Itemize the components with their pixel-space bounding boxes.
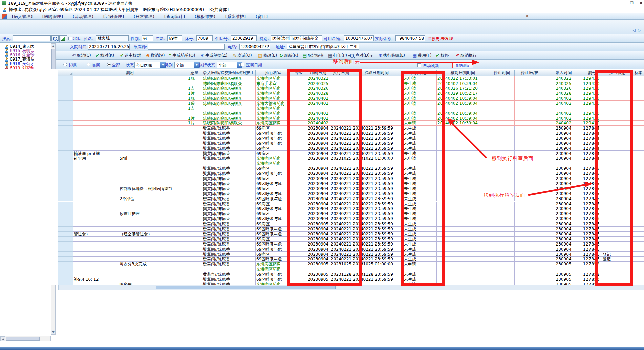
table-row[interactable]: 樊冀闽//陈琼香69区呼吸与危202309042024022120240221 … <box>0 216 644 221</box>
discharge-checkbox[interactable] <box>68 37 72 40</box>
toolbar-button-14[interactable]: ✔核停 <box>436 53 449 59</box>
scrollbar-thumb[interactable] <box>6 337 40 341</box>
table-row[interactable]: 每次分3次完成樊冀闽//陈琼香东海病区药房东海病区药房2023090520231… <box>0 262 644 272</box>
table-row[interactable]: 吸痰用樊冀闽//陈琼香东海病区药房20230905未申请230905127853 <box>0 282 644 285</box>
table-row[interactable]: 樊冀闽//陈琼香69区呼吸与危202309042024022120240221 … <box>0 257 644 262</box>
table-row[interactable]: 樊冀闽//陈琼香69区呼吸与危202309042024022120240221 … <box>0 131 644 136</box>
table-row[interactable]: 樊冀闽//陈琼香69病区202309042024022120240221 23:… <box>0 252 644 257</box>
table-row[interactable]: 1袋1支陈晓阳/陈晓阳/易联众东海大输液药房东海病区药房20240402未申请2… <box>0 101 644 111</box>
table-row[interactable]: 樊冀闽//陈琼香69病区202309042024022120240221 23:… <box>0 237 644 242</box>
status-filter-select[interactable]: 今日医嘱▼ <box>134 62 166 68</box>
toolbar-button-12[interactable]: ✱执行临嘱(L) <box>379 53 405 59</box>
table-row[interactable]: 针管用5ml樊冀闽//陈琼香东海病区药房东海病区药房20230904202310… <box>0 156 644 166</box>
menu-item-2[interactable]: 【流动管理】 <box>70 14 96 20</box>
toolbar-button-5[interactable]: ✱生成单据(Z) <box>200 53 228 59</box>
toolbar-button-13[interactable]: ▦费用(F) <box>413 53 432 59</box>
table-row[interactable]: 樊冀闽//陈琼香69区呼吸与危202309042024022120240221 … <box>0 247 644 252</box>
table-row[interactable]: 补9.4 16: 12樊冀闽//陈琼香69区呼吸与危20230905202402… <box>0 277 644 282</box>
table-row[interactable]: 樊冀闽//陈琼香69病区202309042024022120240221 23:… <box>0 166 644 171</box>
table-row[interactable]: 输液器 prn(描樊冀闽//陈琼香69病区2023090420240221202… <box>0 151 644 156</box>
table-row[interactable]: 1片陈晓阳/陈晓阳/易联众东海病区药房20240402未申请20240402 1… <box>0 116 644 121</box>
menu-item-1[interactable]: 【医嘱管理】 <box>40 14 65 20</box>
table-row[interactable]: 樊冀闽//陈琼香69区呼吸与危202309042024022120240221 … <box>0 181 644 186</box>
toolbar-button-2[interactable]: ✔选中核对 <box>120 53 141 59</box>
type-filter-select[interactable]: 全部▼ <box>174 62 200 68</box>
menu-item-3[interactable]: 【记账管理】 <box>101 14 126 20</box>
disease-value[interactable] <box>148 44 225 50</box>
toolbar-button-7[interactable]: ▧修改(E) <box>258 53 277 59</box>
table-row[interactable]: 樊冀闽//陈琼香69区呼吸与危202309042024022120240221 … <box>0 136 644 141</box>
table-row[interactable]: 樊冀闽//陈琼香69病区202309042024022120240221 23:… <box>0 202 644 207</box>
table-row[interactable]: 樊冀闽//陈琼香69区呼吸与危202309042024022120240221 … <box>0 227 644 232</box>
scroll-down-button[interactable]: ▼ <box>51 330 56 334</box>
sidebar-item-patient[interactable]: 6915_杨明宗 <box>5 49 35 53</box>
toolbar-button-10[interactable]: ▦打印(P)▾ <box>328 53 350 59</box>
table-row[interactable]: 樊冀闽//陈琼香69区呼吸与危202309042024022120240221 … <box>0 141 644 146</box>
scroll-up-button[interactable]: ▲ <box>51 44 56 48</box>
table-row[interactable]: 陈晓阳/陈晓阳/易联众东海手术室20240325未生成20240402 10:3… <box>0 81 644 86</box>
radio-temp-order[interactable] <box>87 63 90 66</box>
table-row[interactable]: 樊冀闽//陈琼香69区呼吸与危202309042024022120240221 … <box>0 242 644 247</box>
glucose-button[interactable]: 血糖测定 <box>452 62 473 68</box>
close-button[interactable]: ✕ <box>637 1 644 6</box>
radio-temp-order-label[interactable]: 临嘱 <box>92 62 100 68</box>
menu-child-minimize[interactable]: ─ <box>518 14 520 18</box>
exec-status-filter-select[interactable]: 全部▼ <box>217 62 242 68</box>
table-row[interactable]: 樊冀闽//陈琼香69病区202309042024022120240221 23:… <box>0 176 644 181</box>
table-row[interactable]: 黄燕青//陈琼香69区呼吸与危202309052023112820231128 … <box>0 272 644 277</box>
table-row[interactable]: 1支陈晓阳/陈晓阳/易联众东海病区药房20240326未申请20240326 1… <box>0 86 644 91</box>
table-row[interactable]: 陈晓阳/陈晓阳/易联众东海病区药房20240402未申请20240402 10:… <box>0 111 644 116</box>
table-row[interactable]: 尿道口护理樊冀闽//陈琼香69病区20230904202402212024022… <box>0 211 644 216</box>
menu-item-4[interactable]: 【日常管理】 <box>131 14 157 20</box>
grid-hscrollbar[interactable] <box>58 285 644 290</box>
toolbar-button-11[interactable]: 查对(D)▾ <box>350 53 373 59</box>
table-row[interactable]: 1片陈晓阳/陈晓阳/易联众东海病区药房20240402未申请20240402 1… <box>0 121 644 126</box>
table-row[interactable]: 2个部位樊冀闽//陈琼香69区呼吸与危202309042024022120240… <box>0 196 644 202</box>
table-row[interactable]: 1片陈晓阳/陈晓阳/易联众东海病区药房20240328未申请20240329 1… <box>0 91 644 96</box>
menu-item-6[interactable]: 【模板维护】 <box>192 14 218 20</box>
table-row[interactable]: 樊冀闽//陈琼香69病区202309042024022120240221 23:… <box>0 126 644 131</box>
order-date-label[interactable]: 医嘱日期 <box>246 62 262 68</box>
discharge-label[interactable]: 出院 <box>73 36 81 42</box>
radio-long-order[interactable] <box>63 63 67 66</box>
auto-refresh-label[interactable]: 自动刷新 <box>423 63 439 69</box>
minimize-button[interactable]: ─ <box>619 1 626 6</box>
radio-all-orders[interactable] <box>107 63 111 66</box>
toolbar-button-15[interactable]: ↶取消执行 <box>456 53 477 59</box>
table-row[interactable]: 樊冀闽//陈琼香69区呼吸与危202309042024022120240221 … <box>0 206 644 211</box>
scroll-left-button[interactable]: ◄ <box>0 336 5 341</box>
tab-scroll-right-icon[interactable]: ▷ <box>638 28 641 33</box>
menu-item-0[interactable]: 【病人管理】 <box>9 14 35 20</box>
table-row[interactable]: 控制液体滴数，根据病情调节樊冀闽//陈琼香69病区202309042024022… <box>0 186 644 191</box>
table-row[interactable]: 1瓶陈晓阳/陈晓阳/易联众东海病区药房20240402未申请20240402 1… <box>0 96 644 101</box>
toolbar-button-9[interactable]: ▤取消提交 <box>303 53 324 59</box>
table-row[interactable]: 樊冀闽//陈琼香69病区202309042024022120240221 23:… <box>0 146 644 151</box>
menu-item-5[interactable]: 【查询统计】 <box>162 14 187 20</box>
radio-long-order-label[interactable]: 长嘱 <box>68 62 77 68</box>
chevron-down-icon[interactable]: ▾ <box>371 53 373 58</box>
table-row[interactable]: 樊冀闽//陈琼香69区呼吸与危202309042024022120240221 … <box>0 171 644 176</box>
picture-button[interactable] <box>59 35 67 42</box>
radio-all-orders-label[interactable]: 全部 <box>112 62 120 68</box>
table-row[interactable]: 樊冀闽//陈琼香69区呼吸与危202309042024022120240221 … <box>0 191 644 196</box>
menu-item-8[interactable]: 【窗口】 <box>253 14 270 20</box>
order-date-checkbox[interactable] <box>240 63 244 66</box>
toolbar-button-0[interactable]: ↶取消(C) <box>72 53 91 59</box>
menu-item-7[interactable]: 【系统维护】 <box>223 14 248 20</box>
toolbar-button-6[interactable]: ✎皮试(O) <box>233 53 252 59</box>
toolbar-button-3[interactable]: ⊖撤消(V) <box>146 53 165 59</box>
scrollbar-thumb[interactable] <box>156 286 336 289</box>
auto-refresh-checkbox[interactable] <box>417 63 421 67</box>
menu-child-close[interactable]: ✕ <box>525 14 529 18</box>
toolbar-button-8[interactable]: ↻刷新(R) <box>279 53 298 59</box>
search-button[interactable] <box>51 35 59 41</box>
patient-list-hscrollbar[interactable]: ◄ <box>0 336 51 341</box>
table-row[interactable]: 管进食）（经空肠管进食）樊冀闽//陈琼香69区呼吸与危2023090420240… <box>0 232 644 237</box>
tab-scroll-left-icon[interactable]: ◁ <box>632 28 635 33</box>
maximize-button[interactable]: ❐ <box>628 1 636 6</box>
table-row[interactable]: 1瓶陈晓阳/陈晓阳/易联众东海病区药房20240322未申请20240322 1… <box>0 76 644 81</box>
search-input[interactable] <box>13 35 51 41</box>
toolbar-button-4[interactable]: “生成药单(O) <box>169 53 195 59</box>
table-row[interactable]: 樊冀闽//陈琼香69病区202309052024022120240221 23:… <box>0 221 644 227</box>
toolbar-button-1[interactable]: ✔核对(K) <box>95 53 114 59</box>
